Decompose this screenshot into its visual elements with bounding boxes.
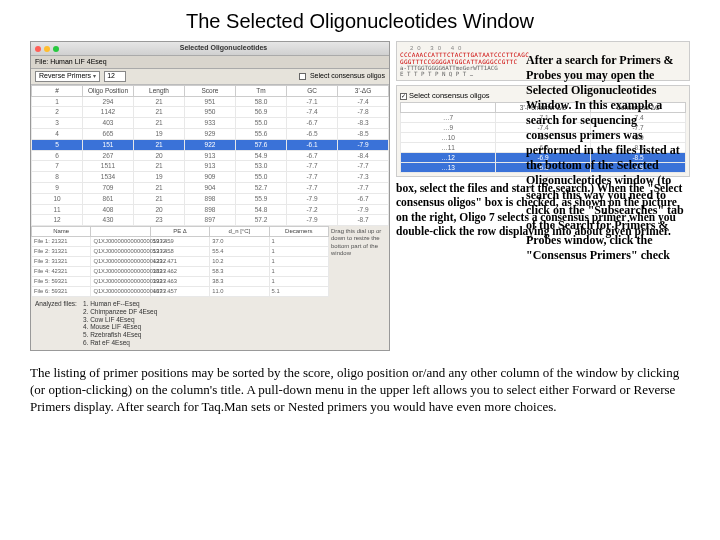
col-header[interactable] — [91, 227, 150, 237]
col-header[interactable]: Tm — [236, 85, 287, 96]
table-row[interactable]: 97092190452.7-7.7-7.7 — [32, 182, 389, 193]
oligo-table: #Oligo PositionLengthScoreTmGC3'-ΔG 1294… — [31, 85, 389, 226]
col-header[interactable] — [401, 103, 496, 113]
analyzed-label: Analyzed files: — [35, 300, 77, 347]
col-header[interactable]: Score — [185, 85, 236, 96]
table-row[interactable]: 815341990955.0-7.7-7.3 — [32, 172, 389, 183]
chevron-down-icon: ▾ — [93, 73, 96, 80]
files-table: NamePE Δd_n [°C]Decamers File 1: 21321Q1… — [31, 226, 329, 297]
col-header[interactable]: # — [32, 85, 83, 96]
window-title: Selected Oligonucleotides — [62, 44, 385, 52]
col-header[interactable]: Name — [32, 227, 91, 237]
list-item: 4. Mouse LIF 4Eseq — [83, 323, 157, 331]
table-row[interactable]: 51512192257.6-6.1-7.9 — [32, 139, 389, 150]
list-item: 5. Rzebrafish 4Eseq — [83, 331, 157, 339]
table-row[interactable]: File 1: 21321Q1XJ000000000000001332…59 /… — [32, 237, 329, 247]
table-row[interactable]: 124302389757.2-7.9-8.7 — [32, 215, 389, 226]
col-header[interactable]: 3'-ΔG — [338, 85, 389, 96]
table-row[interactable]: 715112191353.0-7.7-7.7 — [32, 161, 389, 172]
zoom-icon[interactable] — [53, 46, 59, 52]
list-item: 1. Human eF--Eseq — [83, 300, 157, 308]
table-row[interactable]: 34032193355.0-6.7-8.3 — [32, 118, 389, 129]
table-row[interactable]: File 4: 42321Q1XJ000000000000001333…382 … — [32, 267, 329, 277]
table-row[interactable]: File 3: 31321Q1XJ000000000000001332…423 … — [32, 257, 329, 267]
col-header[interactable]: Decamers — [269, 227, 328, 237]
paragraph-1-top: After a search for Primers & Probes you … — [526, 53, 690, 263]
analyzed-file-list: 1. Human eF--Eseq2. Chimpanzee DF 4Eseq3… — [83, 300, 157, 347]
consensus-label-2: Select consensus oligos — [409, 91, 489, 100]
titlebar: Selected Oligonucleotides — [31, 42, 389, 56]
col-header[interactable]: Length — [134, 85, 185, 96]
consensus-checkbox-checked[interactable] — [400, 93, 407, 100]
col-header[interactable]: Oligo Position — [83, 85, 134, 96]
consensus-label: Select consensus oligos — [310, 72, 385, 80]
count-field[interactable]: 12 — [104, 71, 126, 81]
table-row[interactable]: 46651992955.6-6.5-8.5 — [32, 128, 389, 139]
list-item: 6. Rat eF 4Eseq — [83, 339, 157, 347]
window-subtitle: File: Human LIF 4Eseq — [31, 56, 389, 69]
col-header[interactable]: d_n [°C] — [210, 227, 269, 237]
table-row[interactable]: 211422195056.9-7.4-7.8 — [32, 107, 389, 118]
primer-type-dropdown[interactable]: Reverse Primers ▾ — [35, 71, 100, 81]
page-title: The Selected Oligonucleotides Window — [30, 10, 690, 33]
table-row[interactable]: 114082089854.8-7.2-7.9 — [32, 204, 389, 215]
paragraph-2: The listing of primer positions may be s… — [30, 365, 690, 416]
table-row[interactable]: File 6: 59321Q1XJ000000000000001333…467 … — [32, 287, 329, 297]
table-row[interactable]: 62672091354.9-6.7-8.4 — [32, 150, 389, 161]
col-header[interactable]: GC — [287, 85, 338, 96]
table-row[interactable]: File 2: 31321Q1XJ000000000000001332…53 /… — [32, 247, 329, 257]
table-row[interactable]: 108612189855.9-7.9-6.7 — [32, 193, 389, 204]
dropdown-label: Reverse Primers — [39, 72, 91, 80]
table-row[interactable]: File 5: 59321Q1XJ000000000000001333…392 … — [32, 277, 329, 287]
consensus-checkbox[interactable] — [299, 73, 306, 80]
drag-hint: Drag this dial up or down to resize the … — [329, 226, 389, 297]
list-item: 3. Cow LIF 4Eseq — [83, 316, 157, 324]
table-row[interactable]: 12942195158.0-7.1-7.4 — [32, 96, 389, 107]
oligos-window: Selected Oligonucleotides File: Human LI… — [30, 41, 390, 351]
col-header[interactable]: PE Δ — [150, 227, 209, 237]
minimize-icon[interactable] — [44, 46, 50, 52]
close-icon[interactable] — [35, 46, 41, 52]
list-item: 2. Chimpanzee DF 4Eseq — [83, 308, 157, 316]
